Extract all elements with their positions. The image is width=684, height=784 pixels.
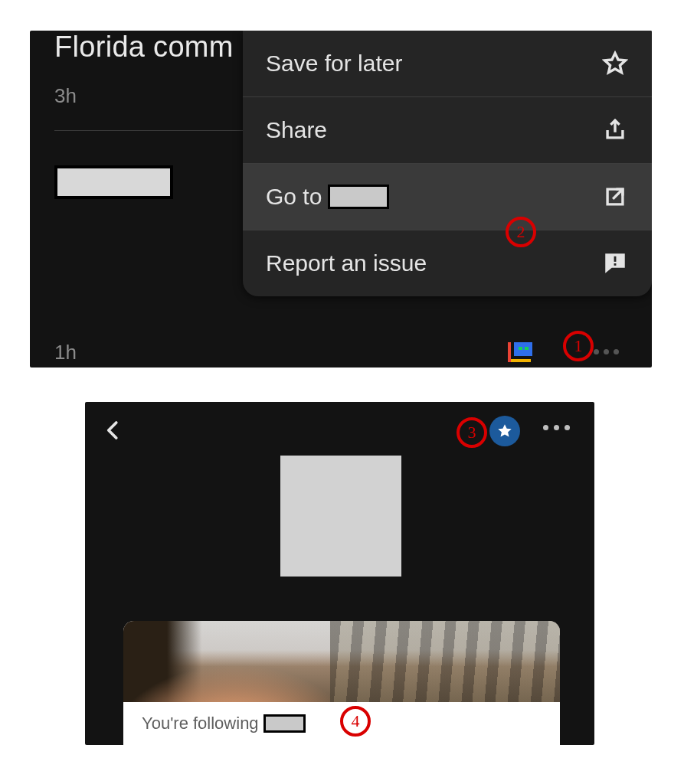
svg-rect-0 (614, 256, 617, 262)
menu-save-for-later[interactable]: Save for later (243, 31, 652, 96)
google-news-icon (508, 339, 534, 362)
annotation-circle-2: 2 (506, 217, 536, 247)
annotation-circle-3: 3 (457, 417, 487, 448)
context-menu: Save for later Share Go to (243, 31, 652, 296)
screenshot-bottom: You're following (85, 402, 594, 745)
star-outline-icon (601, 50, 629, 77)
menu-item-label: Share (266, 117, 327, 143)
article-time-bottom: 1h (54, 341, 77, 364)
menu-item-label: Go to (266, 184, 322, 210)
report-issue-icon (601, 250, 629, 277)
screenshot-top: Florida comm 3h 1h Save for later Share (30, 31, 652, 368)
annotation-circle-1: 1 (563, 331, 594, 361)
menu-report-issue[interactable]: Report an issue (243, 230, 652, 296)
annotation-circle-4: 4 (340, 706, 371, 737)
open-external-icon (601, 183, 629, 211)
article-time-top: 3h (54, 84, 77, 108)
source-logo-placeholder (280, 456, 401, 577)
menu-item-label: Save for later (266, 51, 402, 77)
overflow-menu-button[interactable] (543, 425, 570, 430)
redacted-source-name (328, 185, 389, 209)
share-icon (601, 116, 629, 144)
svg-rect-1 (614, 263, 617, 266)
back-button[interactable] (102, 419, 125, 445)
following-text: You're following (142, 714, 259, 733)
menu-share[interactable]: Share (243, 96, 652, 163)
menu-item-label: Report an issue (266, 250, 427, 276)
overflow-menu-button[interactable] (594, 349, 619, 354)
article-hero-image (123, 621, 560, 704)
redacted-source-logo (54, 165, 173, 199)
article-headline: Florida comm (54, 31, 234, 64)
redacted-source-name (263, 714, 306, 733)
menu-go-to-source[interactable]: Go to (243, 163, 652, 230)
follow-star-button[interactable] (489, 416, 520, 446)
